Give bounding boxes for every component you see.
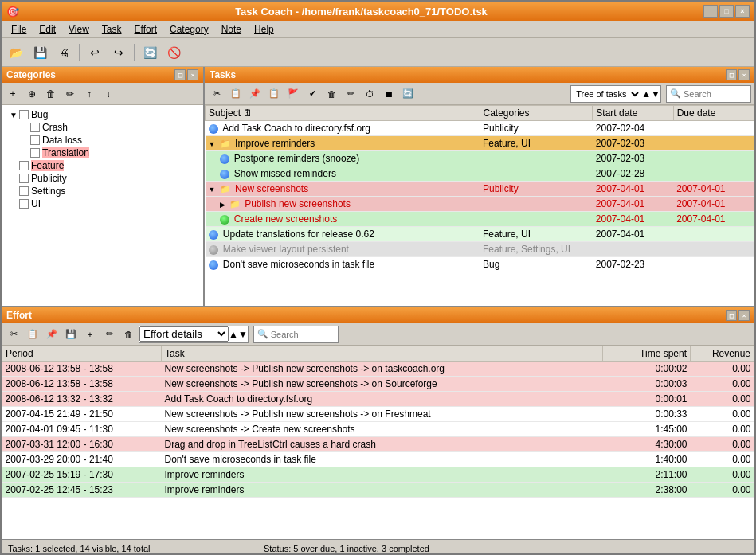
cat-checkbox-publicity[interactable] [19, 174, 29, 183]
cat-delete-button[interactable]: 🗑 [42, 85, 60, 103]
table-row[interactable]: Update translations for release 0.62 Fea… [206, 227, 754, 242]
effort-row[interactable]: 2007-02-25 12:45 - 15:23 Improve reminde… [2, 483, 754, 498]
menu-note[interactable]: Note [215, 22, 248, 37]
cat-checkbox-settings[interactable] [19, 186, 29, 196]
category-item-crash[interactable]: Crash [2, 121, 203, 134]
effort-row[interactable]: 2007-03-31 12:00 - 16:30 Drag and drop i… [2, 437, 754, 452]
category-item-dataloss[interactable]: Data loss [2, 134, 203, 147]
cat-up-button[interactable]: ↑ [80, 85, 98, 103]
tasks-close-button[interactable]: × [738, 69, 750, 80]
effort-row[interactable]: 2008-06-12 13:58 - 13:58 New screenshots… [2, 362, 754, 377]
table-row[interactable]: Don't save microseconds in task file Bug… [206, 257, 754, 272]
refresh-button[interactable]: 🔄 [139, 41, 161, 64]
tasks-restore-button[interactable]: ◻ [726, 69, 737, 80]
table-row[interactable]: Make viewer layout persistent Feature, S… [206, 242, 754, 257]
effort-paste-button[interactable]: 📌 [43, 326, 61, 343]
effort-view-selector[interactable]: Effort details Effort per day Effort per… [139, 326, 249, 343]
task-refresh-button[interactable]: 🔄 [399, 85, 417, 103]
col-header-time[interactable]: Time spent [603, 346, 691, 362]
effort-search-input[interactable] [271, 330, 335, 339]
table-row[interactable]: Show missed reminders 2007-02-28 [206, 166, 754, 182]
effort-close-button[interactable]: × [738, 310, 750, 321]
col-header-subject[interactable]: Subject 🗓 [206, 106, 480, 121]
redo-button[interactable]: ↪ [108, 41, 130, 64]
table-row[interactable]: Add Task Coach to directory.fsf.org Publ… [206, 121, 754, 136]
menu-edit[interactable]: Edit [33, 22, 62, 37]
category-item-settings[interactable]: Settings [2, 185, 203, 197]
cat-checkbox-bug[interactable] [19, 110, 29, 119]
menu-file[interactable]: File [5, 22, 33, 37]
cat-checkbox-feature[interactable] [19, 161, 29, 170]
effort-row[interactable]: 2007-02-25 15:19 - 17:30 Improve reminde… [2, 467, 754, 483]
col-header-period[interactable]: Period [2, 346, 162, 362]
menu-view[interactable]: View [62, 22, 96, 37]
effort-row[interactable]: 2008-06-12 13:32 - 13:32 Add Task Coach … [2, 392, 754, 407]
print-button[interactable]: 🖨 [53, 41, 75, 64]
effort-restore-button[interactable]: ◻ [726, 310, 737, 321]
new-button[interactable]: 📂 [5, 41, 27, 64]
cat-edit-button[interactable]: ✏ [61, 85, 79, 103]
table-row[interactable]: ▼ 📁 Improve reminders Feature, UI 2007-0… [206, 136, 754, 151]
task-cut-button[interactable]: ✂ [208, 85, 225, 103]
cat-new-button[interactable]: + [4, 85, 22, 103]
effort-row[interactable]: 2007-04-15 21:49 - 21:50 New screenshots… [2, 407, 754, 422]
effort-row[interactable]: 2007-03-29 20:00 - 21:40 Don't save micr… [2, 452, 754, 467]
table-row[interactable]: Postpone reminders (snooze) 2007-02-03 [206, 151, 754, 166]
task-copy-button[interactable]: 📋 [227, 85, 245, 103]
col-header-task[interactable]: Task [162, 346, 603, 362]
effort-delete-button[interactable]: 🗑 [119, 326, 137, 343]
undo-button[interactable]: ↩ [84, 41, 106, 64]
task-delete-button[interactable]: 🗑 [323, 85, 340, 103]
task-paste-button[interactable]: 📌 [246, 85, 264, 103]
col-header-start[interactable]: Start date [593, 106, 673, 121]
cat-checkbox-crash[interactable] [30, 123, 40, 132]
menu-effort[interactable]: Effort [128, 22, 163, 37]
close-button[interactable]: × [735, 5, 750, 18]
category-item-publicity[interactable]: Publicity [2, 172, 203, 185]
save-button[interactable]: 💾 [29, 41, 51, 64]
cat-checkbox-ui[interactable] [19, 199, 29, 209]
effort-save-button[interactable]: 💾 [62, 326, 80, 343]
effort-edit-button[interactable]: ✏ [100, 326, 118, 343]
maximize-button[interactable]: □ [719, 5, 734, 18]
col-header-revenue[interactable]: Revenue [691, 346, 754, 362]
table-row[interactable]: ▶ 📁 Publish new screenshots 2007-04-01 2… [206, 197, 754, 212]
task-effort-start[interactable]: ⏱ [361, 85, 378, 103]
cat-checkbox-dataloss[interactable] [30, 135, 40, 145]
cat-checkbox-translation[interactable] [30, 148, 40, 158]
cat-down-button[interactable]: ↓ [100, 85, 117, 103]
tree-toggle[interactable]: ▶ [220, 201, 225, 209]
view-select[interactable]: Tree of tasks List of tasks [571, 88, 641, 100]
category-item-ui[interactable]: UI [2, 197, 203, 210]
col-header-categories[interactable]: Categories [480, 106, 593, 121]
task-edit-button[interactable]: ✏ [342, 85, 359, 103]
panel-restore-button[interactable]: ◻ [174, 69, 186, 80]
effort-copy-button[interactable]: 📋 [24, 326, 41, 343]
task-flag-button[interactable]: 🚩 [284, 85, 302, 103]
category-item-feature[interactable]: Feature [2, 159, 203, 172]
effort-view-select[interactable]: Effort details Effort per day Effort per… [139, 326, 229, 342]
effort-cut-button[interactable]: ✂ [5, 326, 22, 343]
view-selector[interactable]: Tree of tasks List of tasks ▲▼ [570, 85, 661, 103]
effort-row[interactable]: 2007-04-01 09:45 - 11:30 New screenshots… [2, 422, 754, 437]
menu-category[interactable]: Category [163, 22, 215, 37]
tree-toggle[interactable]: ▼ [209, 186, 216, 193]
tree-toggle[interactable]: ▼ [209, 140, 216, 148]
menu-help[interactable]: Help [248, 22, 280, 37]
task-new-button[interactable]: 📋 [265, 85, 283, 103]
panel-close-button[interactable]: × [187, 69, 198, 80]
effort-row[interactable]: 2008-06-12 13:58 - 13:58 New screenshots… [2, 377, 754, 392]
task-complete-button[interactable]: ✔ [304, 85, 321, 103]
category-item-bug[interactable]: ▼ Bug [2, 108, 203, 121]
task-effort-stop[interactable]: ⏹ [380, 85, 398, 103]
category-item-translation[interactable]: Translation [2, 147, 203, 159]
minimize-button[interactable]: _ [703, 5, 718, 18]
table-row[interactable]: Create new screenshots 2007-04-01 2007-0… [206, 212, 754, 227]
effort-new-button[interactable]: + [81, 326, 99, 343]
task-search-input[interactable] [684, 89, 747, 99]
cat-new-sub-button[interactable]: ⊕ [23, 85, 41, 103]
table-row[interactable]: ▼ 📁 New screenshots Publicity 2007-04-01… [206, 182, 754, 197]
stop-button[interactable]: 🚫 [163, 41, 185, 64]
menu-task[interactable]: Task [96, 22, 128, 37]
col-header-due[interactable]: Due date [673, 106, 754, 121]
